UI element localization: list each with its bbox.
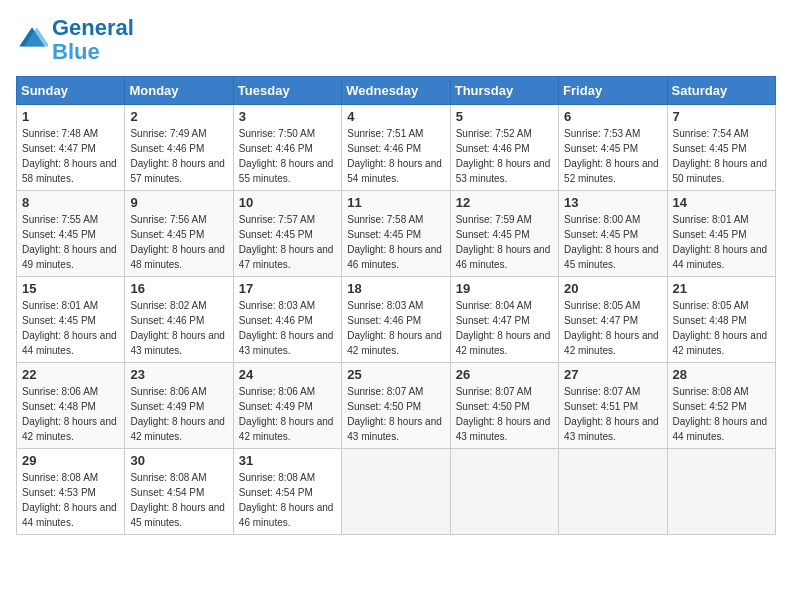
day-info: Sunrise: 7:52 AM Sunset: 4:46 PM Dayligh… (456, 126, 553, 186)
calendar-cell (559, 449, 667, 535)
day-info: Sunrise: 8:03 AM Sunset: 4:46 PM Dayligh… (239, 298, 336, 358)
calendar-cell: 30 Sunrise: 8:08 AM Sunset: 4:54 PM Dayl… (125, 449, 233, 535)
calendar-cell (342, 449, 450, 535)
day-info: Sunrise: 8:05 AM Sunset: 4:48 PM Dayligh… (673, 298, 770, 358)
calendar-cell: 9 Sunrise: 7:56 AM Sunset: 4:45 PM Dayli… (125, 191, 233, 277)
day-info: Sunrise: 8:01 AM Sunset: 4:45 PM Dayligh… (673, 212, 770, 272)
calendar-cell: 24 Sunrise: 8:06 AM Sunset: 4:49 PM Dayl… (233, 363, 341, 449)
calendar-cell: 29 Sunrise: 8:08 AM Sunset: 4:53 PM Dayl… (17, 449, 125, 535)
day-info: Sunrise: 8:03 AM Sunset: 4:46 PM Dayligh… (347, 298, 444, 358)
col-header-sunday: Sunday (17, 77, 125, 105)
col-header-monday: Monday (125, 77, 233, 105)
calendar-cell: 8 Sunrise: 7:55 AM Sunset: 4:45 PM Dayli… (17, 191, 125, 277)
calendar-cell: 27 Sunrise: 8:07 AM Sunset: 4:51 PM Dayl… (559, 363, 667, 449)
calendar-cell: 11 Sunrise: 7:58 AM Sunset: 4:45 PM Dayl… (342, 191, 450, 277)
col-header-wednesday: Wednesday (342, 77, 450, 105)
day-info: Sunrise: 7:50 AM Sunset: 4:46 PM Dayligh… (239, 126, 336, 186)
day-info: Sunrise: 7:53 AM Sunset: 4:45 PM Dayligh… (564, 126, 661, 186)
calendar-week-row: 22 Sunrise: 8:06 AM Sunset: 4:48 PM Dayl… (17, 363, 776, 449)
day-info: Sunrise: 7:55 AM Sunset: 4:45 PM Dayligh… (22, 212, 119, 272)
day-number: 21 (673, 281, 770, 296)
col-header-saturday: Saturday (667, 77, 775, 105)
day-info: Sunrise: 8:01 AM Sunset: 4:45 PM Dayligh… (22, 298, 119, 358)
calendar-week-row: 29 Sunrise: 8:08 AM Sunset: 4:53 PM Dayl… (17, 449, 776, 535)
calendar-header-row: SundayMondayTuesdayWednesdayThursdayFrid… (17, 77, 776, 105)
calendar-cell: 26 Sunrise: 8:07 AM Sunset: 4:50 PM Dayl… (450, 363, 558, 449)
day-number: 19 (456, 281, 553, 296)
calendar-cell: 10 Sunrise: 7:57 AM Sunset: 4:45 PM Dayl… (233, 191, 341, 277)
col-header-tuesday: Tuesday (233, 77, 341, 105)
day-info: Sunrise: 7:59 AM Sunset: 4:45 PM Dayligh… (456, 212, 553, 272)
day-info: Sunrise: 8:07 AM Sunset: 4:51 PM Dayligh… (564, 384, 661, 444)
day-number: 12 (456, 195, 553, 210)
day-number: 5 (456, 109, 553, 124)
day-number: 22 (22, 367, 119, 382)
day-number: 30 (130, 453, 227, 468)
day-number: 9 (130, 195, 227, 210)
day-number: 27 (564, 367, 661, 382)
day-info: Sunrise: 8:06 AM Sunset: 4:49 PM Dayligh… (130, 384, 227, 444)
day-number: 14 (673, 195, 770, 210)
logo: General Blue (16, 16, 134, 64)
day-info: Sunrise: 8:00 AM Sunset: 4:45 PM Dayligh… (564, 212, 661, 272)
day-number: 11 (347, 195, 444, 210)
page-header: General Blue (16, 16, 776, 64)
day-number: 8 (22, 195, 119, 210)
day-info: Sunrise: 7:57 AM Sunset: 4:45 PM Dayligh… (239, 212, 336, 272)
day-number: 18 (347, 281, 444, 296)
calendar-cell: 25 Sunrise: 8:07 AM Sunset: 4:50 PM Dayl… (342, 363, 450, 449)
day-info: Sunrise: 8:04 AM Sunset: 4:47 PM Dayligh… (456, 298, 553, 358)
calendar-cell: 3 Sunrise: 7:50 AM Sunset: 4:46 PM Dayli… (233, 105, 341, 191)
day-number: 29 (22, 453, 119, 468)
calendar-cell: 14 Sunrise: 8:01 AM Sunset: 4:45 PM Dayl… (667, 191, 775, 277)
logo-text: General Blue (52, 16, 134, 64)
calendar-week-row: 1 Sunrise: 7:48 AM Sunset: 4:47 PM Dayli… (17, 105, 776, 191)
day-number: 13 (564, 195, 661, 210)
day-info: Sunrise: 8:02 AM Sunset: 4:46 PM Dayligh… (130, 298, 227, 358)
calendar-cell (667, 449, 775, 535)
calendar-cell: 13 Sunrise: 8:00 AM Sunset: 4:45 PM Dayl… (559, 191, 667, 277)
calendar-cell: 28 Sunrise: 8:08 AM Sunset: 4:52 PM Dayl… (667, 363, 775, 449)
calendar-cell: 16 Sunrise: 8:02 AM Sunset: 4:46 PM Dayl… (125, 277, 233, 363)
day-info: Sunrise: 8:07 AM Sunset: 4:50 PM Dayligh… (456, 384, 553, 444)
day-info: Sunrise: 7:54 AM Sunset: 4:45 PM Dayligh… (673, 126, 770, 186)
day-info: Sunrise: 8:08 AM Sunset: 4:54 PM Dayligh… (130, 470, 227, 530)
calendar-cell: 4 Sunrise: 7:51 AM Sunset: 4:46 PM Dayli… (342, 105, 450, 191)
calendar-cell: 23 Sunrise: 8:06 AM Sunset: 4:49 PM Dayl… (125, 363, 233, 449)
day-number: 16 (130, 281, 227, 296)
calendar-cell (450, 449, 558, 535)
calendar-cell: 31 Sunrise: 8:08 AM Sunset: 4:54 PM Dayl… (233, 449, 341, 535)
day-info: Sunrise: 8:05 AM Sunset: 4:47 PM Dayligh… (564, 298, 661, 358)
calendar-cell: 5 Sunrise: 7:52 AM Sunset: 4:46 PM Dayli… (450, 105, 558, 191)
calendar-cell: 7 Sunrise: 7:54 AM Sunset: 4:45 PM Dayli… (667, 105, 775, 191)
day-number: 20 (564, 281, 661, 296)
calendar-cell: 19 Sunrise: 8:04 AM Sunset: 4:47 PM Dayl… (450, 277, 558, 363)
calendar-cell: 18 Sunrise: 8:03 AM Sunset: 4:46 PM Dayl… (342, 277, 450, 363)
day-number: 2 (130, 109, 227, 124)
col-header-thursday: Thursday (450, 77, 558, 105)
day-info: Sunrise: 7:51 AM Sunset: 4:46 PM Dayligh… (347, 126, 444, 186)
day-number: 25 (347, 367, 444, 382)
day-info: Sunrise: 7:58 AM Sunset: 4:45 PM Dayligh… (347, 212, 444, 272)
day-info: Sunrise: 8:07 AM Sunset: 4:50 PM Dayligh… (347, 384, 444, 444)
day-info: Sunrise: 8:08 AM Sunset: 4:52 PM Dayligh… (673, 384, 770, 444)
day-number: 7 (673, 109, 770, 124)
calendar-cell: 6 Sunrise: 7:53 AM Sunset: 4:45 PM Dayli… (559, 105, 667, 191)
day-number: 17 (239, 281, 336, 296)
calendar-cell: 12 Sunrise: 7:59 AM Sunset: 4:45 PM Dayl… (450, 191, 558, 277)
day-number: 26 (456, 367, 553, 382)
calendar-table: SundayMondayTuesdayWednesdayThursdayFrid… (16, 76, 776, 535)
day-info: Sunrise: 7:48 AM Sunset: 4:47 PM Dayligh… (22, 126, 119, 186)
calendar-cell: 21 Sunrise: 8:05 AM Sunset: 4:48 PM Dayl… (667, 277, 775, 363)
day-number: 4 (347, 109, 444, 124)
day-info: Sunrise: 8:08 AM Sunset: 4:54 PM Dayligh… (239, 470, 336, 530)
day-number: 23 (130, 367, 227, 382)
day-number: 1 (22, 109, 119, 124)
calendar-cell: 17 Sunrise: 8:03 AM Sunset: 4:46 PM Dayl… (233, 277, 341, 363)
day-number: 6 (564, 109, 661, 124)
day-info: Sunrise: 8:06 AM Sunset: 4:49 PM Dayligh… (239, 384, 336, 444)
calendar-week-row: 15 Sunrise: 8:01 AM Sunset: 4:45 PM Dayl… (17, 277, 776, 363)
calendar-cell: 15 Sunrise: 8:01 AM Sunset: 4:45 PM Dayl… (17, 277, 125, 363)
day-info: Sunrise: 7:49 AM Sunset: 4:46 PM Dayligh… (130, 126, 227, 186)
day-number: 3 (239, 109, 336, 124)
